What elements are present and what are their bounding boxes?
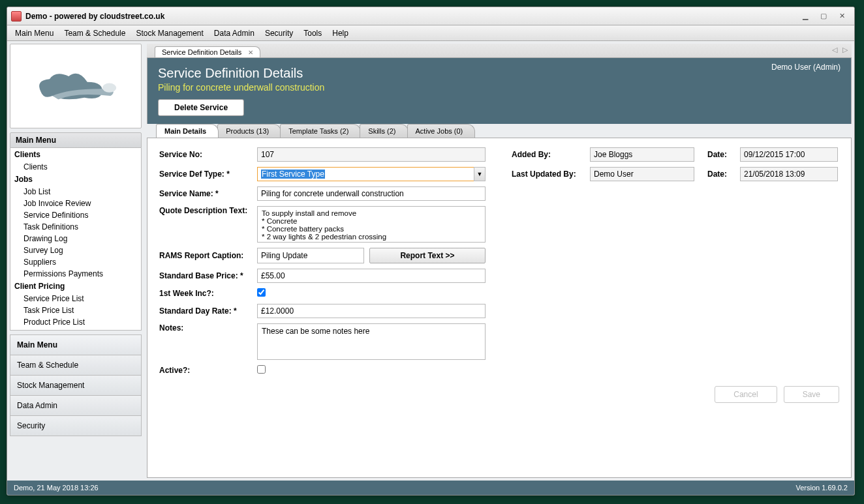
nav-item-drawing-log[interactable]: Drawing Log xyxy=(10,233,141,245)
tab-active-jobs[interactable]: Active Jobs (0) xyxy=(407,124,476,138)
added-by-label: Added By: xyxy=(512,150,590,159)
updated-date-label: Date: xyxy=(707,170,740,179)
nav-group-jobs: Jobs xyxy=(10,173,141,186)
menu-help[interactable]: Help xyxy=(327,27,354,39)
menu-main[interactable]: Main Menu xyxy=(10,27,59,39)
window-controls: ▁ ▢ ✕ xyxy=(801,12,850,21)
cloud-logo-icon xyxy=(27,60,125,112)
quote-description-field[interactable] xyxy=(257,206,486,243)
sidebar: Main Menu ClientsClientsJobsJob ListJob … xyxy=(7,41,144,481)
base-price-label: Standard Base Price: * xyxy=(159,271,257,280)
bottom-nav-stock-management[interactable]: Stock Management xyxy=(10,375,142,395)
tab-products[interactable]: Products (13) xyxy=(217,124,281,138)
updated-date-field xyxy=(740,167,838,181)
report-text-button[interactable]: Report Text >> xyxy=(369,248,486,263)
nav-item-suppliers[interactable]: Suppliers xyxy=(10,256,141,268)
sidebar-header: Main Menu xyxy=(10,132,142,148)
menu-security[interactable]: Security xyxy=(260,27,298,39)
page-header: Service Definition Details Demo User (Ad… xyxy=(147,58,852,125)
nav-group-client-pricing: Client Pricing xyxy=(10,280,141,293)
nav-group-clients: Clients xyxy=(10,148,141,161)
main-panel: Service Definition Details ✕ ◁ ▷ Service… xyxy=(144,41,854,481)
minimize-icon[interactable]: ▁ xyxy=(801,12,810,21)
document-tab[interactable]: Service Definition Details ✕ xyxy=(155,46,260,57)
first-week-checkbox[interactable] xyxy=(257,288,266,297)
window-title: Demo - powered by cloudstreet.co.uk xyxy=(25,12,801,21)
nav-tree[interactable]: ClientsClientsJobsJob ListJob Invoice Re… xyxy=(10,148,142,331)
nav-item-product-price-list[interactable]: Product Price List xyxy=(10,316,141,328)
tab-skills[interactable]: Skills (2) xyxy=(360,124,408,138)
nav-item-task-definitions[interactable]: Task Definitions xyxy=(10,221,141,233)
service-name-label: Service Name: * xyxy=(159,189,257,198)
day-rate-label: Standard Day Rate: * xyxy=(159,306,257,316)
form-grid: Service No: Added By: Date: Service Def … xyxy=(159,147,839,376)
bottom-nav-main-menu[interactable]: Main Menu xyxy=(10,334,142,355)
notes-field[interactable] xyxy=(257,323,486,360)
form-panel: Service No: Added By: Date: Service Def … xyxy=(147,138,852,478)
chevron-down-icon[interactable]: ▼ xyxy=(474,167,486,181)
first-week-label: 1st Week Inc?: xyxy=(159,289,257,298)
day-rate-field[interactable] xyxy=(257,304,486,318)
last-updated-by-label: Last Updated By: xyxy=(512,170,590,179)
bottom-nav-team-schedule[interactable]: Team & Schedule xyxy=(10,355,142,375)
active-label: Active?: xyxy=(159,366,257,375)
tab-next-icon[interactable]: ▷ xyxy=(842,46,848,54)
nav-item-task-price-list[interactable]: Task Price List xyxy=(10,304,141,316)
menu-stock-management[interactable]: Stock Management xyxy=(131,27,208,39)
tab-template-tasks[interactable]: Template Tasks (2) xyxy=(280,124,361,138)
bottom-nav: Main Menu Team & Schedule Stock Manageme… xyxy=(10,334,142,436)
menubar: Main Menu Team & Schedule Stock Manageme… xyxy=(7,25,854,41)
save-button[interactable]: Save xyxy=(784,386,839,403)
added-date-field xyxy=(740,147,838,162)
added-date-label: Date: xyxy=(707,150,740,159)
nav-item-clients[interactable]: Clients xyxy=(10,161,141,173)
service-def-type-label: Service Def Type: * xyxy=(159,170,257,179)
nav-item-permissions-payments[interactable]: Permissions Payments xyxy=(10,268,141,280)
app-window: Demo - powered by cloudstreet.co.uk ▁ ▢ … xyxy=(7,7,855,496)
status-version: Version 1.69.0.2 xyxy=(795,484,848,492)
bottom-nav-data-admin[interactable]: Data Admin xyxy=(10,395,142,415)
status-left: Demo, 21 May 2018 13:26 xyxy=(14,484,99,492)
service-no-label: Service No: xyxy=(159,150,257,159)
content-area: Main Menu ClientsClientsJobsJob ListJob … xyxy=(7,41,854,481)
form-footer-buttons: Cancel Save xyxy=(159,386,839,403)
active-checkbox[interactable] xyxy=(257,365,266,374)
cancel-button[interactable]: Cancel xyxy=(715,386,777,403)
rams-caption-label: RAMS Report Caption: xyxy=(159,251,257,260)
bottom-nav-security[interactable]: Security xyxy=(10,415,142,436)
current-user: Demo User (Admin) xyxy=(771,63,841,72)
document-tab-strip: Service Definition Details ✕ ◁ ▷ xyxy=(147,44,852,58)
nav-item-survey-log[interactable]: Survey Log xyxy=(10,245,141,256)
nav-item-service-definitions[interactable]: Service Definitions xyxy=(10,209,141,221)
tab-close-icon[interactable]: ✕ xyxy=(248,49,253,56)
menu-tools[interactable]: Tools xyxy=(298,27,327,39)
menu-data-admin[interactable]: Data Admin xyxy=(209,27,260,39)
logo xyxy=(10,44,142,128)
service-no-field xyxy=(257,147,486,162)
notes-label: Notes: xyxy=(159,323,257,333)
added-by-field xyxy=(590,147,694,162)
nav-item-job-invoice-review[interactable]: Job Invoice Review xyxy=(10,198,141,209)
delete-service-button[interactable]: Delete Service xyxy=(158,99,244,116)
svg-point-0 xyxy=(102,83,116,93)
base-price-field[interactable] xyxy=(257,269,486,283)
tab-prev-icon[interactable]: ◁ xyxy=(832,46,837,54)
nav-item-service-price-list[interactable]: Service Price List xyxy=(10,293,141,304)
quote-description-label: Quote Description Text: xyxy=(159,206,257,215)
titlebar: Demo - powered by cloudstreet.co.uk ▁ ▢ … xyxy=(7,7,854,25)
page-subtitle: Piling for concrete underwall constructi… xyxy=(158,82,841,93)
document-tab-label: Service Definition Details xyxy=(162,48,241,56)
statusbar: Demo, 21 May 2018 13:26 Version 1.69.0.2 xyxy=(7,481,854,495)
rams-caption-field[interactable] xyxy=(257,248,364,263)
menu-team-schedule[interactable]: Team & Schedule xyxy=(59,27,131,39)
app-icon xyxy=(11,11,22,22)
service-def-type-select[interactable]: First Service Type ▼ xyxy=(257,167,486,181)
last-updated-by-field xyxy=(590,167,694,181)
tab-main-details[interactable]: Main Details xyxy=(156,124,219,138)
close-icon[interactable]: ✕ xyxy=(837,12,846,21)
nav-item-job-list[interactable]: Job List xyxy=(10,186,141,198)
tab-nav-arrows: ◁ ▷ xyxy=(832,46,848,54)
service-name-field[interactable] xyxy=(257,186,486,201)
service-def-type-value[interactable]: First Service Type xyxy=(257,167,474,181)
maximize-icon[interactable]: ▢ xyxy=(819,12,828,21)
